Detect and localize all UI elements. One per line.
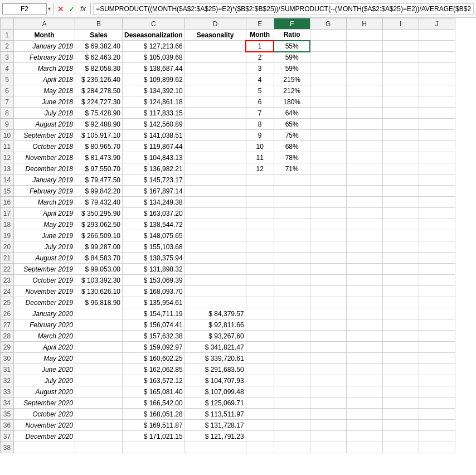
grid-cell[interactable] <box>382 197 419 208</box>
grid-cell[interactable]: $ 109,899.62 <box>123 74 185 85</box>
grid-cell[interactable]: 75% <box>274 130 310 141</box>
col-header-b[interactable]: B <box>75 18 123 30</box>
grid-cell[interactable] <box>419 342 455 353</box>
grid-cell[interactable]: January 2020 <box>14 308 75 319</box>
grid-cell[interactable]: 9 <box>246 130 274 141</box>
grid-cell[interactable]: $ 131,898.32 <box>123 264 185 275</box>
grid-cell[interactable] <box>346 163 382 175</box>
grid-cell[interactable] <box>274 175 310 186</box>
grid-cell[interactable] <box>310 375 346 386</box>
grid-cell[interactable] <box>184 275 246 286</box>
grid-cell[interactable] <box>382 186 419 197</box>
grid-cell[interactable] <box>382 386 419 398</box>
grid-cell[interactable] <box>382 152 419 163</box>
grid-cell[interactable] <box>346 264 382 275</box>
grid-cell[interactable]: $ 99,842.20 <box>75 186 123 197</box>
grid-cell[interactable] <box>419 96 455 108</box>
grid-cell[interactable]: September 2018 <box>14 130 75 141</box>
grid-cell[interactable] <box>419 163 455 175</box>
grid-cell[interactable]: $ 125,069.71 <box>184 398 246 409</box>
grid-cell[interactable] <box>310 74 346 85</box>
grid-cell[interactable] <box>346 398 382 409</box>
grid-cell[interactable]: January 2018 <box>14 41 75 52</box>
grid-cell[interactable]: $ 135,954.61 <box>123 297 185 308</box>
grid-cell[interactable] <box>274 364 310 375</box>
grid-cell[interactable]: $ 62,463.20 <box>75 52 123 63</box>
grid-cell[interactable] <box>274 297 310 308</box>
grid-cell[interactable]: $ 84,583.70 <box>75 253 123 264</box>
grid-cell[interactable] <box>310 119 346 130</box>
grid-cell[interactable] <box>274 275 310 286</box>
grid-cell[interactable] <box>419 409 455 420</box>
grid-cell[interactable]: $ 130,375.94 <box>123 253 185 264</box>
grid-cell[interactable]: July 2018 <box>14 108 75 119</box>
grid-cell[interactable] <box>310 253 346 264</box>
grid-cell[interactable]: $ 169,511.87 <box>123 420 185 431</box>
grid-cell[interactable]: April 2020 <box>14 342 75 353</box>
col-header-a[interactable]: A <box>14 18 75 30</box>
grid-cell[interactable]: April 2019 <box>14 208 75 219</box>
grid-cell[interactable] <box>184 41 246 52</box>
grid-cell[interactable]: $ 92,488.90 <box>75 119 123 130</box>
grid-cell[interactable]: 59% <box>274 63 310 74</box>
grid-cell[interactable] <box>382 375 419 386</box>
grid-cell[interactable] <box>382 297 419 308</box>
grid-cell[interactable] <box>274 319 310 331</box>
grid-cell[interactable] <box>382 331 419 342</box>
grid-cell[interactable] <box>419 420 455 431</box>
grid-cell[interactable] <box>274 241 310 253</box>
grid-cell[interactable] <box>310 353 346 364</box>
grid-cell[interactable]: Month <box>246 30 274 41</box>
grid-cell[interactable]: August 2020 <box>14 386 75 398</box>
grid-cell[interactable] <box>346 331 382 342</box>
grid-cell[interactable] <box>75 386 123 398</box>
grid-cell[interactable]: $ 141,038.51 <box>123 130 185 141</box>
grid-cell[interactable] <box>246 275 274 286</box>
grid-cell[interactable] <box>382 431 419 442</box>
grid-cell[interactable] <box>382 119 419 130</box>
grid-cell[interactable] <box>346 241 382 253</box>
grid-cell[interactable]: $ 79,477.50 <box>75 175 123 186</box>
grid-cell[interactable] <box>419 85 455 96</box>
grid-cell[interactable] <box>346 253 382 264</box>
grid-cell[interactable]: $ 293,062.50 <box>75 219 123 230</box>
grid-cell[interactable] <box>246 375 274 386</box>
grid-cell[interactable] <box>75 431 123 442</box>
grid-cell[interactable] <box>274 286 310 297</box>
grid-cell[interactable] <box>382 52 419 63</box>
grid-cell[interactable] <box>310 63 346 74</box>
grid-cell[interactable] <box>382 342 419 353</box>
grid-cell[interactable] <box>419 208 455 219</box>
grid-cell[interactable] <box>382 85 419 96</box>
grid-cell[interactable]: $ 96,818.90 <box>75 297 123 308</box>
grid-cell[interactable]: $ 103,392.30 <box>75 275 123 286</box>
grid-cell[interactable] <box>419 219 455 230</box>
grid-cell[interactable]: May 2020 <box>14 353 75 364</box>
grid-cell[interactable] <box>419 431 455 442</box>
grid-cell[interactable] <box>184 152 246 163</box>
confirm-icon[interactable]: ✓ <box>67 4 77 14</box>
grid-cell[interactable]: $ 165,081.40 <box>123 386 185 398</box>
grid-cell[interactable]: 10 <box>246 141 274 152</box>
grid-cell[interactable] <box>419 286 455 297</box>
grid-cell[interactable] <box>246 331 274 342</box>
grid-cell[interactable]: $ 99,053.00 <box>75 264 123 275</box>
grid-cell[interactable] <box>274 186 310 197</box>
grid-cell[interactable] <box>310 386 346 398</box>
grid-cell[interactable]: December 2019 <box>14 297 75 308</box>
grid-cell[interactable]: $ 142,560.89 <box>123 119 185 130</box>
grid-cell[interactable] <box>346 364 382 375</box>
grid-cell[interactable]: $ 236,126.40 <box>75 74 123 85</box>
grid-cell[interactable] <box>382 264 419 275</box>
grid-cell[interactable]: 5 <box>246 85 274 96</box>
grid-cell[interactable]: $ 155,103.68 <box>123 241 185 253</box>
grid-cell[interactable] <box>274 386 310 398</box>
grid-cell[interactable] <box>382 219 419 230</box>
grid-cell[interactable] <box>382 353 419 364</box>
grid-cell[interactable] <box>246 197 274 208</box>
grid-cell[interactable]: $ 127,213.66 <box>123 41 185 52</box>
grid-cell[interactable] <box>310 163 346 175</box>
grid-cell[interactable] <box>184 253 246 264</box>
grid-cell[interactable]: March 2018 <box>14 63 75 74</box>
grid-cell[interactable] <box>184 163 246 175</box>
